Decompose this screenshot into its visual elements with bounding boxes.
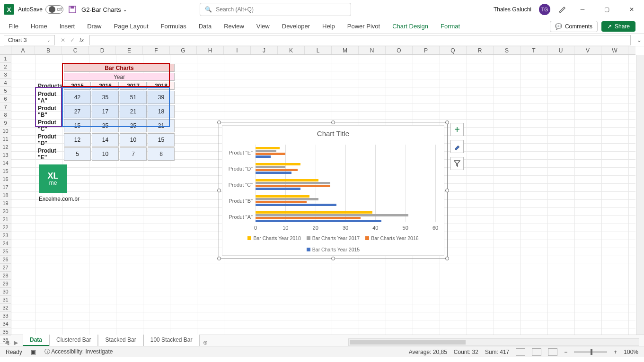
data-cell[interactable]: 35 bbox=[92, 91, 119, 104]
zoom-in-button[interactable]: + bbox=[614, 349, 617, 355]
cancel-icon[interactable]: ✕ bbox=[61, 37, 65, 43]
tab-home[interactable]: Home bbox=[31, 20, 47, 33]
col-header-D[interactable]: D bbox=[89, 46, 116, 54]
data-cell[interactable]: 27 bbox=[64, 105, 91, 118]
tab-data[interactable]: Data bbox=[199, 20, 212, 33]
row-header-21[interactable]: 21 bbox=[0, 215, 11, 224]
col-header-L[interactable]: L bbox=[305, 46, 332, 54]
save-icon[interactable] bbox=[67, 4, 78, 15]
row-headers[interactable]: 1234567891011121314151617181920212223242… bbox=[0, 55, 11, 335]
col-header-O[interactable]: O bbox=[386, 46, 413, 54]
chart-bar[interactable] bbox=[256, 163, 300, 165]
tab-insert[interactable]: Insert bbox=[60, 20, 75, 33]
row-header-10[interactable]: 10 bbox=[0, 127, 11, 135]
row-header-27[interactable]: 27 bbox=[0, 264, 11, 272]
user-name[interactable]: Thales Galuchi bbox=[494, 6, 531, 13]
chart-bar[interactable] bbox=[256, 195, 309, 198]
row-header-28[interactable]: 28 bbox=[0, 272, 11, 280]
row-header-2[interactable]: 2 bbox=[0, 63, 11, 71]
tab-review[interactable]: Review bbox=[224, 20, 244, 33]
horizontal-scrollbar[interactable] bbox=[348, 338, 640, 346]
chart-elements-button[interactable]: + bbox=[450, 123, 464, 136]
chart-bar[interactable] bbox=[256, 188, 300, 190]
tab-draw[interactable]: Draw bbox=[87, 20, 101, 33]
chart-bar[interactable] bbox=[256, 147, 280, 149]
fx-icon[interactable]: fx bbox=[79, 37, 84, 43]
sheet-tab-stacked-bar[interactable]: Stacked Bar bbox=[98, 334, 143, 346]
chart-bar[interactable] bbox=[256, 201, 307, 203]
tab-page-layout[interactable]: Page Layout bbox=[114, 20, 149, 33]
share-button[interactable]: ↗ Share bbox=[601, 21, 635, 32]
row-header-31[interactable]: 31 bbox=[0, 296, 11, 304]
chart-bar[interactable] bbox=[256, 155, 271, 158]
tab-view[interactable]: View bbox=[256, 20, 270, 33]
chart-bar[interactable] bbox=[256, 204, 336, 206]
tab-power-pivot[interactable]: Power Pivot bbox=[347, 20, 380, 33]
row-header-15[interactable]: 15 bbox=[0, 167, 11, 175]
chart-bar[interactable] bbox=[256, 220, 381, 222]
chart-bar[interactable] bbox=[256, 198, 318, 200]
view-page-layout-button[interactable] bbox=[532, 348, 541, 356]
row-header-30[interactable]: 30 bbox=[0, 288, 11, 296]
data-cell[interactable]: 14 bbox=[92, 133, 119, 147]
tab-file[interactable]: File bbox=[9, 20, 18, 33]
legend-item[interactable]: Bar Charts Year 2018 bbox=[247, 235, 300, 241]
row-header-7[interactable]: 7 bbox=[0, 103, 11, 111]
tab-chart-design[interactable]: Chart Design bbox=[392, 20, 428, 33]
chart-bar[interactable] bbox=[256, 211, 372, 214]
minimize-button[interactable]: ─ bbox=[574, 3, 591, 16]
row-header-20[interactable]: 20 bbox=[0, 207, 11, 215]
col-header-V[interactable]: V bbox=[574, 46, 601, 54]
row-header-16[interactable]: 16 bbox=[0, 175, 11, 183]
view-normal-button[interactable] bbox=[516, 348, 525, 356]
row-header-36[interactable]: 36 bbox=[0, 336, 11, 344]
data-cell[interactable]: 10 bbox=[120, 133, 147, 147]
data-cell[interactable]: 21 bbox=[120, 105, 147, 118]
sheet-tab-100-stacked-bar[interactable]: 100 Stacked Bar bbox=[143, 334, 200, 346]
tab-formulas[interactable]: Formulas bbox=[161, 20, 186, 33]
col-header-M[interactable]: M bbox=[332, 46, 359, 54]
row-header-13[interactable]: 13 bbox=[0, 151, 11, 159]
col-header-J[interactable]: J bbox=[251, 46, 278, 54]
row-header-26[interactable]: 26 bbox=[0, 256, 11, 264]
data-cell[interactable]: 25 bbox=[120, 119, 147, 132]
zoom-slider[interactable] bbox=[574, 351, 607, 353]
row-header-25[interactable]: 25 bbox=[0, 248, 11, 256]
add-sheet-button[interactable]: ⊕ bbox=[200, 339, 211, 346]
row-header-8[interactable]: 8 bbox=[0, 111, 11, 119]
col-header-F[interactable]: F bbox=[143, 46, 170, 54]
col-header-I[interactable]: I bbox=[224, 46, 251, 54]
col-header-R[interactable]: R bbox=[467, 46, 494, 54]
chart-legend[interactable]: Bar Charts Year 2018Bar Charts Year 2017… bbox=[222, 235, 444, 252]
sheet-tab-clustered-bar[interactable]: Clustered Bar bbox=[49, 334, 98, 346]
col-header-N[interactable]: N bbox=[359, 46, 386, 54]
col-header-C[interactable]: C bbox=[62, 46, 89, 54]
col-header-B[interactable]: B bbox=[35, 46, 62, 54]
legend-item[interactable]: Bar Charts Year 2016 bbox=[365, 235, 418, 241]
zoom-out-button[interactable]: − bbox=[564, 349, 567, 355]
worksheet-grid[interactable]: ABCDEFGHIJKLMNOPQRSTUVW 1234567891011121… bbox=[0, 46, 644, 335]
chart-bar[interactable] bbox=[256, 214, 408, 216]
col-header-P[interactable]: P bbox=[413, 46, 440, 54]
close-button[interactable]: ✕ bbox=[623, 3, 640, 16]
macro-record-icon[interactable]: ▣ bbox=[31, 349, 36, 355]
chart-styles-button[interactable] bbox=[450, 140, 464, 153]
legend-item[interactable]: Bar Charts Year 2015 bbox=[307, 247, 360, 252]
col-header-U[interactable]: U bbox=[547, 46, 574, 54]
select-all-corner[interactable] bbox=[0, 46, 11, 55]
data-cell[interactable]: 21 bbox=[148, 119, 175, 132]
chart-filter-button[interactable] bbox=[450, 157, 464, 170]
chart-bar[interactable] bbox=[256, 182, 330, 184]
row-header-33[interactable]: 33 bbox=[0, 312, 11, 320]
data-cell[interactable]: 7 bbox=[120, 147, 147, 161]
file-title[interactable]: G2-Bar Charts ⌄ bbox=[81, 6, 127, 13]
data-cell[interactable]: 39 bbox=[148, 91, 175, 104]
maximize-button[interactable]: ▢ bbox=[599, 3, 616, 16]
data-cell[interactable]: 25 bbox=[92, 119, 119, 132]
row-header-35[interactable]: 35 bbox=[0, 328, 11, 336]
chart-bar[interactable] bbox=[256, 172, 291, 174]
sheet-tab-data[interactable]: Data bbox=[23, 334, 49, 346]
row-header-4[interactable]: 4 bbox=[0, 79, 11, 87]
col-header-K[interactable]: K bbox=[278, 46, 305, 54]
vertical-scrollbar[interactable] bbox=[636, 55, 644, 335]
